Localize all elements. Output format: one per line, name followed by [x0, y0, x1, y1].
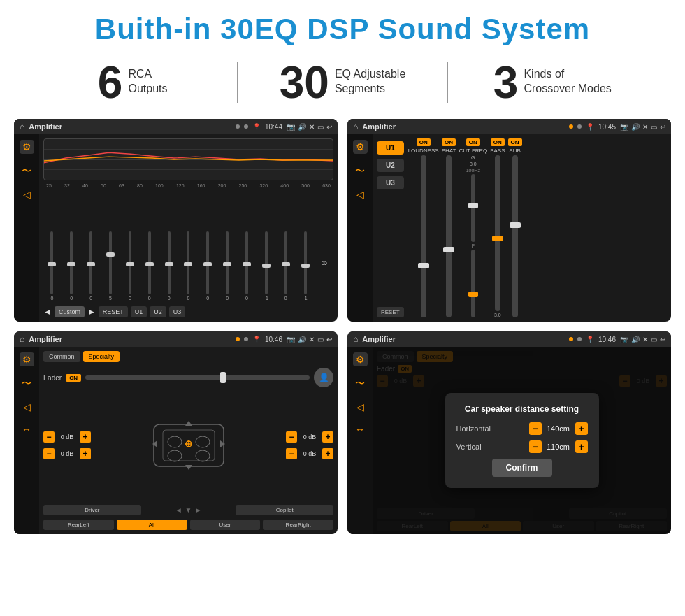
confirm-button[interactable]: Confirm [492, 459, 552, 477]
fader-on-badge[interactable]: ON [66, 374, 81, 382]
left-controls: − 0 dB + − 0 dB + [43, 431, 91, 459]
stat-crossover-number: 3 [493, 60, 519, 105]
cutfreq-slider-g[interactable] [471, 174, 475, 242]
amp-preset-u1[interactable]: U1 [377, 141, 404, 155]
svg-marker-15 [220, 440, 225, 447]
fader-sidebar-eq[interactable]: ⚙ [20, 352, 34, 366]
amp-reset-btn[interactable]: RESET [377, 307, 404, 317]
horizontal-value: 140cm [545, 424, 572, 433]
dialog-sidebar-arrows[interactable]: ↔ [355, 424, 365, 435]
db-plus-tl[interactable]: + [80, 431, 91, 443]
vertical-value: 110cm [545, 443, 572, 451]
cutfreq-slider-f[interactable] [471, 250, 475, 317]
left-arrow-icon[interactable]: ◄ [175, 506, 182, 514]
phat-on-badge[interactable]: ON [442, 138, 456, 146]
db-plus-tr[interactable]: + [322, 431, 333, 443]
eq-slider-12[interactable]: 0 [277, 224, 294, 301]
loudness-on-badge[interactable]: ON [417, 138, 431, 146]
eq-slider-11[interactable]: -1 [257, 224, 275, 301]
eq-preset-reset[interactable]: RESET [99, 306, 128, 317]
amp-sidebar-vol[interactable]: ◁ [356, 189, 364, 200]
fader-status-bar: ⌂ Amplifier 📍 10:46 📷🔊✕▭↩ [14, 331, 338, 347]
eq-slider-10[interactable]: 0 [238, 224, 256, 301]
eq-slider-8[interactable]: 0 [199, 224, 217, 301]
eq-slider-3[interactable]: 5 [102, 224, 120, 301]
bass-slider[interactable] [495, 155, 500, 311]
btn-rearleft[interactable]: RearLeft [43, 520, 114, 530]
eq-slider-9[interactable]: 0 [219, 224, 236, 301]
horizontal-minus-btn[interactable]: − [529, 422, 542, 435]
dialog-sidebar-vol[interactable]: ◁ [356, 401, 364, 413]
db-value-bl: 0 dB [57, 450, 77, 457]
eq-prev-arrow[interactable]: ◄ [43, 307, 52, 317]
fader-horizontal-slider[interactable] [85, 375, 310, 380]
eq-slider-0[interactable]: 0 [43, 224, 61, 301]
horizontal-label: Horizontal [456, 424, 525, 433]
horizontal-plus-btn[interactable]: + [575, 422, 588, 435]
dialog-main-area: Common Specialty Fader ON − 0 dB [373, 347, 671, 534]
dialog-sidebar-wave[interactable]: 〜 [355, 378, 365, 390]
dialog-sidebar-eq[interactable]: ⚙ [353, 352, 368, 366]
phat-slider[interactable] [446, 155, 452, 317]
eq-sidebar: ⚙ 〜 ◁ [14, 134, 39, 322]
home-icon[interactable]: ⌂ [20, 122, 24, 131]
amp-preset-u3[interactable]: U3 [377, 176, 404, 189]
db-minus-tl[interactable]: − [43, 431, 55, 443]
eq-slider-13[interactable]: -1 [296, 224, 314, 301]
eq-preset-custom[interactable]: Custom [55, 306, 85, 317]
loudness-slider[interactable] [421, 155, 426, 317]
eq-next-arrow[interactable]: ► [87, 307, 96, 317]
dialog-time: 10:46 [598, 336, 616, 343]
db-minus-bl[interactable]: − [43, 448, 55, 459]
amp-sidebar-wave[interactable]: 〜 [355, 165, 365, 178]
fader-sidebar-vol[interactable]: ◁ [23, 401, 31, 413]
eq-sidebar-wave[interactable]: 〜 [22, 165, 31, 178]
eq-slider-1[interactable]: 0 [63, 224, 80, 301]
eq-sidebar-volume[interactable]: ◁ [23, 189, 31, 200]
fader-sidebar-arrows[interactable]: ↔ [22, 424, 31, 435]
btn-all[interactable]: All [117, 520, 187, 530]
btn-user[interactable]: User [190, 520, 261, 530]
eq-slider-6[interactable]: 0 [160, 224, 178, 301]
eq-slider-7[interactable]: 0 [180, 224, 197, 301]
amp-home-icon[interactable]: ⌂ [353, 122, 358, 131]
eq-forward-icon[interactable]: » [316, 224, 333, 301]
svg-marker-12 [185, 421, 192, 426]
sub-slider[interactable] [512, 155, 518, 317]
fader-sidebar-wave[interactable]: 〜 [22, 378, 31, 390]
eq-sidebar-equalizer[interactable]: ⚙ [20, 140, 34, 154]
sub-on-badge[interactable]: ON [508, 138, 522, 146]
vertical-plus-btn[interactable]: + [575, 440, 588, 453]
eq-slider-5[interactable]: 0 [140, 224, 158, 301]
amp-preset-u2[interactable]: U2 [377, 159, 404, 172]
eq-slider-2[interactable]: 0 [82, 224, 100, 301]
down-arrow-icon[interactable]: ▼ [185, 506, 192, 514]
amp-dot2 [577, 124, 582, 129]
eq-preset-u3[interactable]: U3 [169, 306, 186, 317]
car-diagram [95, 415, 282, 476]
btn-copilot[interactable]: Copilot [236, 505, 333, 515]
db-minus-tr[interactable]: − [286, 431, 297, 443]
eq-slider-4[interactable]: 0 [121, 224, 138, 301]
eq-screen-title: Amplifier [29, 122, 231, 131]
eq-preset-u2[interactable]: U2 [150, 306, 166, 317]
fader-sidebar: ⚙ 〜 ◁ ↔ [14, 347, 39, 534]
amp-col-loudness: ON LOUDNESS [408, 138, 439, 317]
db-plus-br[interactable]: + [322, 448, 333, 459]
db-plus-bl[interactable]: + [80, 448, 91, 459]
dialog-status-bar: ⌂ Amplifier 📍 10:46 📷🔊✕▭↩ [347, 331, 671, 347]
right-arrow-icon[interactable]: ► [194, 506, 201, 514]
amp-sidebar-eq[interactable]: ⚙ [353, 140, 368, 154]
cutfreq-on-badge[interactable]: ON [466, 138, 480, 146]
btn-rearright[interactable]: RearRight [263, 520, 333, 530]
vertical-minus-btn[interactable]: − [529, 440, 542, 453]
tab-specialty[interactable]: Specialty [83, 351, 120, 362]
eq-preset-u1[interactable]: U1 [131, 306, 147, 317]
db-minus-br[interactable]: − [286, 448, 297, 459]
bass-on-badge[interactable]: ON [491, 138, 505, 146]
btn-driver[interactable]: Driver [43, 505, 141, 515]
dialog-home-icon[interactable]: ⌂ [353, 334, 358, 344]
fader-home-icon[interactable]: ⌂ [20, 334, 24, 344]
db-control-bl: − 0 dB + [43, 448, 91, 459]
tab-common[interactable]: Common [43, 351, 80, 362]
